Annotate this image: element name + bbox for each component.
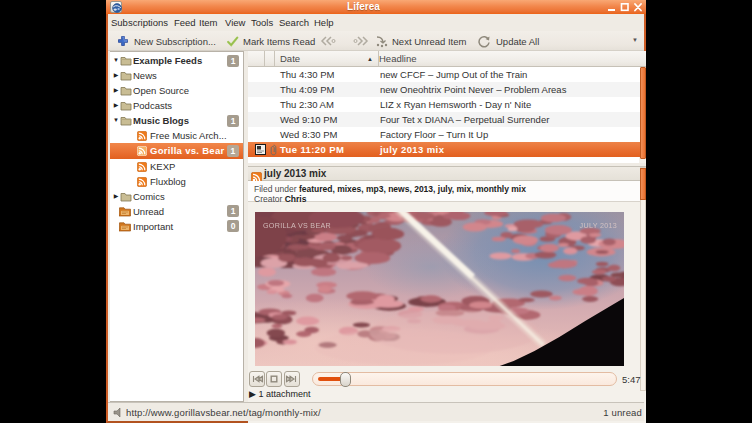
svg-text:JULY 2013: JULY 2013	[580, 222, 617, 230]
svg-text:GORILLA VS BEAR: GORILLA VS BEAR	[263, 222, 331, 230]
